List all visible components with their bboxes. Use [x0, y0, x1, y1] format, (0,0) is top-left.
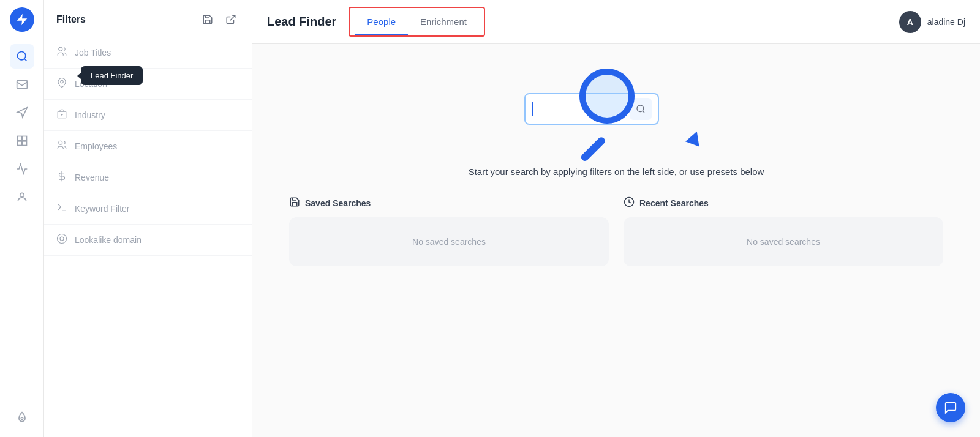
lookalike-icon [56, 233, 67, 247]
search-visual [512, 69, 720, 154]
filter-employees[interactable]: Employees [44, 131, 252, 162]
svg-point-11 [61, 80, 64, 83]
saved-searches-icon [289, 196, 300, 210]
job-titles-icon [56, 46, 67, 59]
svg-rect-4 [22, 136, 26, 141]
main-area: Lead Finder People Enrichment A aladine … [252, 0, 980, 437]
filter-revenue[interactable]: Revenue [44, 162, 252, 193]
saved-searches-title: Saved Searches [305, 198, 371, 208]
tab-enrichment[interactable]: Enrichment [408, 10, 479, 33]
search-sections: Saved Searches No saved searches Recent … [289, 196, 943, 266]
nav-rocket[interactable] [10, 405, 34, 430]
svg-point-7 [20, 193, 24, 197]
cursor-arrow [685, 129, 704, 147]
user-avatar: A [899, 11, 921, 33]
chat-button[interactable] [936, 393, 965, 422]
magnifier-icon [573, 69, 647, 142]
nav-search[interactable] [10, 44, 34, 69]
saved-searches-empty: No saved searches [289, 217, 609, 266]
filter-industry[interactable]: Industry [44, 100, 252, 131]
sidebar-header: Filters [44, 0, 252, 37]
topbar: Lead Finder People Enrichment A aladine … [252, 0, 980, 44]
tab-people[interactable]: People [355, 10, 408, 33]
svg-rect-1 [17, 80, 27, 88]
svg-point-18 [58, 234, 67, 244]
recent-searches-empty-text: No saved searches [747, 237, 820, 247]
saved-searches-section: Saved Searches No saved searches [289, 196, 609, 266]
app-title: Lead Finder [267, 15, 336, 29]
nav-profile[interactable] [10, 185, 34, 209]
svg-point-15 [59, 141, 62, 144]
tabs-wrapper: People Enrichment [349, 7, 485, 37]
svg-rect-3 [17, 136, 21, 141]
filter-keyword-label: Keyword Filter [75, 204, 129, 214]
svg-marker-2 [17, 108, 27, 118]
tooltip-badge: Lead Finder [81, 66, 143, 85]
cursor-blink [532, 102, 533, 116]
filter-industry-label: Industry [75, 110, 105, 120]
sidebar-title: Filters [56, 14, 86, 25]
recent-searches-section: Recent Searches No saved searches [624, 196, 943, 266]
svg-rect-5 [17, 141, 21, 146]
icon-bar [0, 0, 44, 437]
filter-list: Job Titles Location Industry [44, 37, 252, 437]
nav-navigation[interactable] [10, 100, 34, 125]
magnifier-handle [579, 136, 606, 163]
revenue-icon [56, 171, 67, 184]
filter-job-titles[interactable]: Job Titles [44, 37, 252, 69]
recent-searches-title: Recent Searches [639, 198, 709, 208]
export-filter-button[interactable] [222, 11, 239, 28]
filter-lookalike-label: Lookalike domain [75, 235, 141, 245]
filter-employees-label: Employees [75, 141, 117, 151]
topbar-left: Lead Finder People Enrichment [267, 7, 485, 37]
app-logo[interactable] [10, 7, 34, 32]
username: aladine Dj [927, 17, 965, 27]
sidebar-actions [199, 11, 239, 28]
search-illustration [289, 69, 943, 154]
saved-searches-empty-text: No saved searches [412, 237, 486, 247]
employees-icon [56, 140, 67, 153]
nav-analytics[interactable] [10, 157, 34, 181]
search-hint: Start your search by applying filters on… [289, 166, 943, 177]
keyword-icon [56, 202, 67, 215]
location-icon [56, 77, 67, 91]
filter-keyword[interactable]: Keyword Filter [44, 193, 252, 225]
recent-searches-heading: Recent Searches [624, 196, 943, 210]
svg-point-19 [60, 237, 64, 241]
filter-location[interactable]: Location [44, 69, 252, 100]
svg-point-8 [21, 417, 23, 419]
svg-rect-6 [22, 141, 26, 146]
svg-point-0 [17, 52, 25, 60]
saved-searches-heading: Saved Searches [289, 196, 609, 210]
filter-job-titles-label: Job Titles [75, 48, 111, 58]
filter-lookalike[interactable]: Lookalike domain [44, 225, 252, 256]
svg-point-10 [59, 47, 62, 51]
recent-searches-icon [624, 196, 635, 210]
topbar-right: A aladine Dj [899, 11, 965, 33]
main-content: Start your search by applying filters on… [252, 44, 980, 437]
save-filter-button[interactable] [199, 11, 216, 28]
svg-line-9 [230, 15, 235, 20]
filter-revenue-label: Revenue [75, 173, 109, 182]
sidebar: Lead Finder Filters [44, 0, 252, 437]
nav-mail[interactable] [10, 72, 34, 97]
magnifier-circle [579, 69, 635, 124]
recent-searches-empty: No saved searches [624, 217, 943, 266]
industry-icon [56, 108, 67, 122]
nav-layers[interactable] [10, 129, 34, 153]
